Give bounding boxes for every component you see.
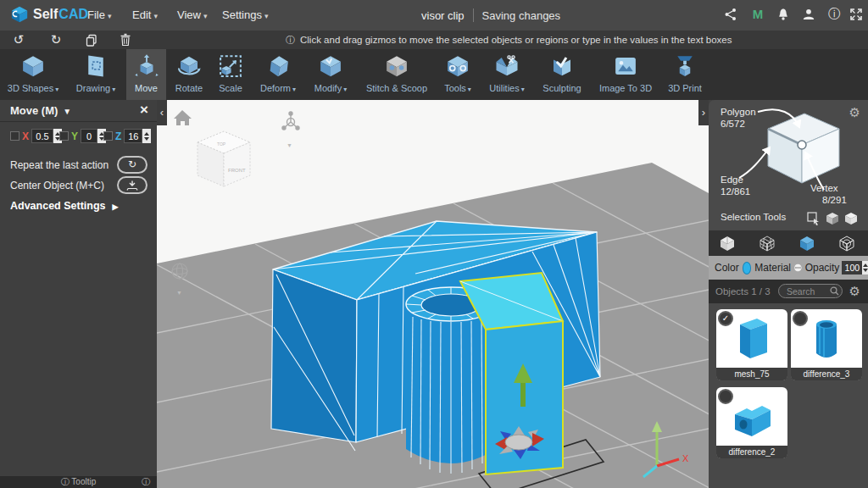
tool-scale[interactable]: Scale bbox=[211, 49, 250, 100]
axis-y-checkbox[interactable] bbox=[59, 131, 69, 141]
center-object-button[interactable] bbox=[117, 176, 147, 194]
mode-object-icon[interactable] bbox=[719, 235, 736, 252]
project-name: visor clip bbox=[421, 9, 465, 22]
object-checkbox[interactable]: ✓ bbox=[718, 311, 733, 326]
chevron-down-icon[interactable]: ▼ bbox=[287, 142, 292, 148]
object-checkbox[interactable] bbox=[718, 389, 733, 404]
tool-tools[interactable]: Tools▾ bbox=[437, 49, 478, 100]
tool-stitch-scoop[interactable]: Stitch & Scoop bbox=[360, 49, 433, 100]
deform-cube-icon bbox=[265, 53, 291, 79]
account-person-icon[interactable] bbox=[800, 8, 817, 23]
mode-vertex-icon[interactable] bbox=[759, 235, 776, 252]
logo-text-self: Self bbox=[33, 7, 58, 22]
rotate-icon bbox=[176, 53, 202, 79]
sculpting-icon bbox=[549, 53, 575, 79]
viewport[interactable]: X TOP FRONT ▼ bbox=[157, 100, 709, 488]
tooltip-bar[interactable]: ⓘ Tooltip ⓘ bbox=[0, 476, 157, 488]
object-card-difference-2[interactable]: difference_2 bbox=[716, 387, 787, 458]
viewport-canvas[interactable]: X TOP FRONT ▼ bbox=[157, 100, 709, 488]
selfcad-logo-icon bbox=[10, 5, 29, 24]
drawing-board-icon bbox=[83, 53, 108, 79]
opacity-input[interactable] bbox=[842, 261, 862, 274]
objects-header: Objects 1 / 3 ⚙ bbox=[709, 280, 868, 303]
tool-sculpting[interactable]: Sculpting bbox=[536, 49, 588, 100]
axis-y-input[interactable] bbox=[81, 129, 97, 143]
menu-edit[interactable]: Edit▾ bbox=[127, 0, 163, 30]
marquee-select-icon[interactable] bbox=[807, 212, 821, 225]
document-info: visor clip Saving changes bbox=[421, 0, 560, 30]
menu-view[interactable]: View▾ bbox=[172, 0, 212, 30]
user-avatar[interactable]: M bbox=[749, 7, 766, 22]
tool-deform[interactable]: Deform▾ bbox=[252, 49, 304, 100]
gear-icon[interactable]: ⚙ bbox=[849, 285, 860, 297]
move-icon bbox=[134, 53, 159, 79]
opacity-stepper[interactable] bbox=[862, 261, 868, 274]
info-icon[interactable]: ⓘ bbox=[826, 7, 843, 22]
modify-cube-icon bbox=[318, 53, 343, 79]
mode-sphere-icon[interactable] bbox=[838, 235, 855, 252]
move-panel-title: Move (M)▼ bbox=[10, 104, 71, 117]
repeat-action-button[interactable]: ↻ bbox=[117, 156, 147, 174]
chevron-down-icon: ▾ bbox=[203, 12, 208, 20]
object-card-difference-3[interactable]: difference_3 bbox=[791, 309, 862, 380]
close-icon[interactable]: × bbox=[140, 102, 148, 119]
face-select-cube-icon[interactable] bbox=[826, 212, 839, 225]
utilities-icon bbox=[494, 53, 520, 79]
hint-message: ⓘClick and drag gizmos to move the selec… bbox=[286, 30, 732, 49]
axis-z-checkbox[interactable] bbox=[103, 131, 113, 141]
notifications-bell-icon[interactable] bbox=[775, 8, 792, 23]
tool-drawing[interactable]: Drawing▾ bbox=[68, 49, 124, 100]
collapse-right-panel-tab[interactable]: › bbox=[698, 100, 709, 125]
copy-icon[interactable] bbox=[83, 32, 100, 47]
view-cube[interactable]: TOP FRONT bbox=[198, 131, 250, 186]
image-icon bbox=[613, 53, 638, 79]
axis-z-stepper[interactable] bbox=[142, 129, 151, 143]
mode-polygon-icon[interactable] bbox=[798, 235, 815, 252]
undo-icon[interactable]: ↺ bbox=[10, 32, 27, 47]
view-cube-top-label: TOP bbox=[217, 141, 226, 147]
search-icon bbox=[830, 286, 839, 296]
advanced-settings-toggle[interactable]: Advanced Settings▶ bbox=[10, 200, 118, 212]
object-checkbox[interactable] bbox=[793, 311, 808, 326]
tool-move[interactable]: Move bbox=[126, 49, 166, 100]
home-icon[interactable] bbox=[174, 110, 192, 125]
axis-y-label: Y bbox=[71, 130, 78, 142]
orientation-gizmo-icon[interactable] bbox=[282, 112, 299, 130]
axis-y-group: Y bbox=[59, 129, 106, 143]
chevron-down-icon: ▾ bbox=[343, 86, 347, 93]
object-name: mesh_75 bbox=[716, 368, 787, 380]
axis-x-input[interactable] bbox=[31, 129, 53, 143]
info-icon: ⓘ bbox=[286, 35, 295, 45]
tooltip-label: Tooltip bbox=[71, 477, 96, 486]
volume-select-cube-icon[interactable] bbox=[844, 212, 858, 225]
move-panel-header[interactable]: Move (M)▼ × bbox=[0, 100, 157, 122]
quick-action-bar: ↺ ↻ ⓘClick and drag gizmos to move the s… bbox=[0, 30, 868, 49]
selfcad-logo[interactable]: Self CAD bbox=[10, 5, 88, 24]
objects-count-label: Objects 1 / 3 bbox=[715, 286, 771, 297]
menu-settings[interactable]: Settings▾ bbox=[217, 0, 274, 30]
tool-rotate[interactable]: Rotate bbox=[169, 49, 209, 100]
axis-x-checkbox[interactable] bbox=[10, 131, 19, 141]
object-card-mesh-75[interactable]: ✓ mesh_75 bbox=[716, 309, 787, 380]
material-icon[interactable] bbox=[793, 261, 803, 274]
fullscreen-icon[interactable] bbox=[848, 8, 865, 23]
color-swatch[interactable] bbox=[743, 262, 752, 274]
selection-tools-row: Selection Tools bbox=[709, 210, 868, 227]
chevron-down-icon: ▾ bbox=[264, 12, 269, 20]
menu-file[interactable]: File▾ bbox=[82, 0, 116, 30]
info-icon: ⓘ bbox=[142, 476, 150, 488]
redo-icon[interactable]: ↻ bbox=[47, 32, 64, 47]
chevron-down-icon[interactable]: ▼ bbox=[176, 290, 182, 296]
tool-image-to-3d[interactable]: Image To 3D bbox=[593, 49, 658, 100]
tool-modify[interactable]: Modify▾ bbox=[305, 49, 356, 100]
right-panel: Polygon 6/572 Edge 12/861 Vertex 8/291 ⚙… bbox=[709, 100, 868, 488]
info-icon: ⓘ bbox=[61, 477, 70, 486]
tool-3d-print[interactable]: 3D Print bbox=[661, 49, 709, 100]
printer-icon bbox=[672, 53, 698, 79]
tool-utilities[interactable]: Utilities▾ bbox=[480, 49, 534, 100]
axis-z-input[interactable] bbox=[124, 129, 142, 143]
collapse-left-panel-tab[interactable]: ‹ bbox=[157, 100, 167, 125]
tool-3d-shapes[interactable]: 3D Shapes▾ bbox=[3, 49, 63, 100]
share-icon[interactable] bbox=[722, 8, 739, 23]
delete-trash-icon[interactable] bbox=[117, 32, 134, 47]
